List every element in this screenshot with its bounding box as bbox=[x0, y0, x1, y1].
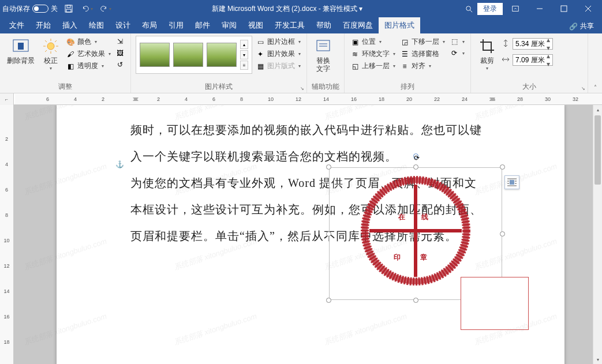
resize-handle-w[interactable] bbox=[326, 231, 331, 237]
transparency-button[interactable]: ◧透明度 bbox=[65, 60, 112, 72]
resize-handle-e[interactable] bbox=[500, 231, 505, 237]
group-picture-styles: ▴▾≡ ▭图片边框 ✦图片效果 ▦图片版式 图片样式 ↘ bbox=[131, 33, 307, 93]
autosave-toggle[interactable]: 自动保存 关 bbox=[2, 4, 58, 14]
maximize-button[interactable] bbox=[552, 1, 575, 17]
dialog-launcher[interactable]: ↘ bbox=[298, 85, 305, 92]
document-area: 2468101214161820 频时，可以在想要添加的视频的嵌入代码中进行粘贴… bbox=[0, 105, 602, 364]
style-thumb[interactable] bbox=[140, 43, 170, 67]
resize-handle-sw[interactable] bbox=[326, 298, 331, 303]
piclayout-icon: ▦ bbox=[256, 62, 265, 71]
alt-text-button[interactable]: 替换 文字 bbox=[312, 36, 335, 74]
width-input[interactable]: 7.09 厘米▴▾ bbox=[501, 54, 553, 66]
picture-border-button[interactable]: ▭图片边框 bbox=[255, 36, 302, 48]
send-back-icon: ◲ bbox=[400, 37, 409, 47]
layout-options-button[interactable] bbox=[504, 175, 519, 189]
group-label: 图片样式 bbox=[136, 81, 302, 93]
svg-rect-5 bbox=[513, 6, 519, 12]
brightness-icon bbox=[42, 37, 60, 55]
width-icon bbox=[501, 55, 510, 66]
transparency-icon: ◧ bbox=[66, 62, 75, 71]
tab-help[interactable]: 帮助 bbox=[311, 17, 337, 33]
tab-review[interactable]: 审阅 bbox=[216, 17, 242, 33]
reset-picture-button[interactable]: ↺ bbox=[114, 59, 126, 70]
autosave-state: 关 bbox=[51, 4, 58, 14]
redo-button[interactable] bbox=[98, 1, 113, 16]
style-thumb[interactable] bbox=[207, 43, 237, 67]
svg-text:线: 线 bbox=[421, 213, 428, 221]
picture-effects-button[interactable]: ✦图片效果 bbox=[255, 48, 302, 60]
stamp-image: 在 线 印 章 bbox=[358, 173, 473, 288]
group-button[interactable]: ⬚ bbox=[448, 36, 466, 47]
tab-picture-format[interactable]: 图片格式 bbox=[379, 17, 420, 33]
toggle-off-icon bbox=[32, 5, 48, 13]
scroll-down-button[interactable]: ▾ bbox=[593, 355, 602, 364]
svg-line-19 bbox=[55, 40, 57, 42]
tab-baidu[interactable]: 百度网盘 bbox=[337, 17, 379, 33]
crop-button[interactable]: 裁剪 ▾ bbox=[476, 36, 499, 72]
picture-style-gallery[interactable]: ▴▾≡ bbox=[136, 36, 252, 74]
bring-forward-button[interactable]: ◱上移一层 bbox=[349, 60, 397, 72]
svg-rect-2 bbox=[66, 9, 71, 12]
resize-handle-nw[interactable] bbox=[326, 164, 331, 170]
change-picture-button[interactable]: 🖼 bbox=[114, 47, 126, 59]
dialog-launcher[interactable]: ↘ bbox=[579, 85, 586, 92]
align-button[interactable]: ≡对齐 bbox=[399, 60, 446, 72]
search-button[interactable] bbox=[461, 1, 476, 16]
compress-icon: ⇲ bbox=[115, 37, 125, 46]
horizontal-ruler[interactable]: ⌐ 6422468101214161820222426283032 bbox=[0, 93, 602, 105]
group-label: 排列 bbox=[349, 81, 466, 93]
scroll-thumb[interactable] bbox=[594, 115, 601, 185]
reset-icon: ↺ bbox=[115, 60, 125, 69]
vertical-ruler[interactable]: 2468101214161820 bbox=[0, 105, 14, 364]
remove-background-button[interactable]: 删除背景 bbox=[5, 36, 37, 66]
compress-pictures-button[interactable]: ⇲ bbox=[114, 36, 126, 47]
svg-rect-36 bbox=[510, 180, 514, 185]
color-button[interactable]: 🎨颜色 bbox=[65, 36, 112, 48]
wrap-icon: ≋ bbox=[350, 50, 360, 59]
page[interactable]: 频时，可以在想要添加的视频的嵌入代码中进行粘贴。您也可以键 入一个关键字以联机搜… bbox=[57, 105, 564, 364]
title-bar: 自动保存 关 新建 Microsoft Word 文档 (2).docx - 兼… bbox=[0, 0, 602, 17]
tab-insert[interactable]: 插入 bbox=[57, 17, 83, 33]
artistic-effects-button[interactable]: 🖌艺术效果 bbox=[65, 48, 112, 60]
selection-pane-button[interactable]: ☰选择窗格 bbox=[399, 48, 446, 60]
autosave-label: 自动保存 bbox=[2, 4, 30, 14]
height-input[interactable]: 5.34 厘米▴▾ bbox=[501, 38, 553, 50]
tab-file[interactable]: 文件 bbox=[3, 17, 30, 33]
ribbon-options-button[interactable] bbox=[504, 1, 527, 17]
corrections-button[interactable]: 校正 ▾ bbox=[39, 36, 62, 72]
ribbon-tabs: 文件 开始 插入 绘图 设计 布局 引用 邮件 审阅 视图 开发工具 帮助 百度… bbox=[0, 17, 602, 33]
share-button[interactable]: 🔗共享 bbox=[564, 19, 599, 33]
resize-handle-s[interactable] bbox=[413, 298, 418, 303]
tab-references[interactable]: 引用 bbox=[163, 17, 189, 33]
position-button[interactable]: ▣位置 bbox=[349, 36, 397, 48]
tab-mail[interactable]: 邮件 bbox=[189, 17, 216, 33]
red-outline-shape[interactable] bbox=[461, 277, 529, 330]
tab-design[interactable]: 设计 bbox=[110, 17, 136, 33]
tab-layout[interactable]: 布局 bbox=[136, 17, 163, 33]
tab-home[interactable]: 开始 bbox=[30, 17, 57, 33]
group-label: 调整 bbox=[5, 81, 126, 93]
close-button[interactable] bbox=[577, 1, 600, 17]
send-backward-button[interactable]: ◲下移一层 bbox=[399, 36, 446, 48]
style-thumb[interactable] bbox=[173, 43, 203, 67]
group-adjust: 删除背景 校正 ▾ 🎨颜色 🖌艺术效果 ◧透明度 ⇲ 🖼 ↺ 调整 bbox=[0, 33, 131, 93]
undo-button[interactable] bbox=[80, 1, 95, 16]
login-button[interactable]: 登录 bbox=[477, 3, 503, 15]
rotate-handle[interactable]: ⟳ bbox=[413, 153, 418, 159]
wrap-text-button[interactable]: ≋环绕文字 bbox=[349, 48, 397, 60]
resize-handle-n[interactable] bbox=[413, 164, 418, 170]
tab-dev[interactable]: 开发工具 bbox=[269, 17, 311, 33]
svg-line-4 bbox=[470, 10, 472, 12]
save-button[interactable] bbox=[61, 1, 76, 16]
group-label: 大小 bbox=[476, 81, 583, 93]
group-label: 辅助功能 bbox=[312, 81, 339, 93]
collapse-ribbon-button[interactable]: ˄ bbox=[594, 84, 597, 91]
resize-handle-ne[interactable] bbox=[500, 164, 505, 170]
gallery-scroll[interactable]: ▴▾≡ bbox=[240, 40, 248, 70]
tab-draw[interactable]: 绘图 bbox=[83, 17, 110, 33]
vertical-scrollbar[interactable]: ▴ ▾ bbox=[593, 105, 602, 364]
tab-view[interactable]: 视图 bbox=[242, 17, 269, 33]
minimize-button[interactable] bbox=[528, 1, 551, 17]
rotate-button[interactable]: ⟳ bbox=[448, 47, 466, 59]
scroll-up-button[interactable]: ▴ bbox=[593, 105, 602, 114]
